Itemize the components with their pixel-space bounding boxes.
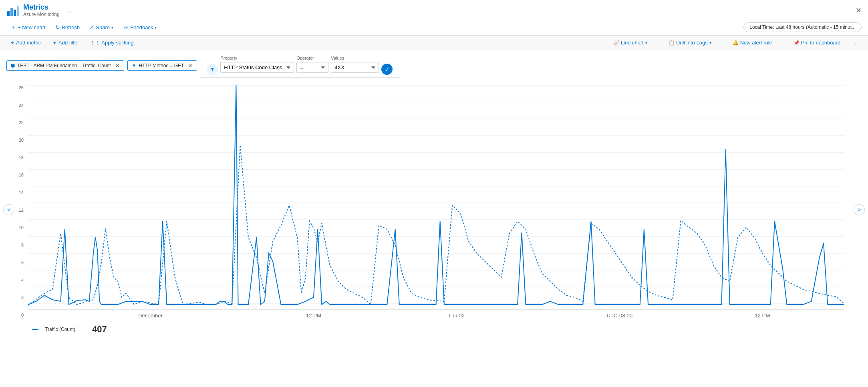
app-title: Metrics [23,3,60,12]
filter-panel: ▼ Property HTTP Status Code Class Operat… [200,53,399,78]
add-filter-icon: ▼ [52,40,57,46]
funnel-icon: ▼ [132,63,137,68]
legend-label: Traffic (Count) [45,327,75,332]
toolbar-separator2 [722,39,722,47]
svg-text:12 PM: 12 PM [306,313,321,319]
new-chart-button[interactable]: ＋ + New chart [6,22,50,33]
chart-wrapper: 26 24 22 20 18 16 14 12 10 8 6 4 2 0 [0,81,868,323]
add-metric-button[interactable]: ✦ Add metric [6,38,45,47]
operator-label: Operator [296,56,328,60]
metrics-toolbar-left: ✦ Add metric ▼ Add filter ⋮⋮ Apply split… [6,38,138,47]
chart-solid-line [28,85,844,305]
pin-icon: 📌 [793,40,800,46]
chip-indicator [11,64,15,68]
svg-text:Thu 02: Thu 02 [448,313,465,319]
toolbar-left: ＋ + New chart ↻ Refresh ↗ Share ▾ ☺ Feed… [6,22,161,33]
app-header: Metrics Azure Monitoring ... ✕ [0,0,868,19]
app-more-button[interactable]: ... [66,7,71,14]
metrics-toolbar-right: 📈 Line chart ▾ 📋 Drill into Logs ▾ 🔔 New… [609,38,862,47]
add-metric-icon: ✦ [10,40,14,46]
values-label: Values [331,56,379,60]
legend-value: 407 [83,324,107,335]
filter-icon-circle: ▼ [207,64,218,75]
y-axis-labels: 26 24 22 20 18 16 14 12 10 8 6 4 2 0 [4,85,26,317]
svg-rect-2 [14,10,16,16]
app-subtitle: Azure Monitoring [23,12,60,17]
pin-to-dashboard-button[interactable]: 📌 Pin to dashboard [789,38,844,47]
more-options-button[interactable]: ... [849,38,862,47]
line-chart-button[interactable]: 📈 Line chart ▾ [609,38,651,47]
new-alert-rule-button[interactable]: 🔔 New alert rule [729,38,776,47]
feedback-chevron: ▾ [155,25,157,30]
values-select[interactable]: 4XX [331,62,379,73]
refresh-button[interactable]: ↻ Refresh [51,22,84,32]
splitting-icon: ⋮⋮ [90,40,100,46]
chart-nav-left[interactable]: < [3,204,14,215]
refresh-icon: ↻ [55,24,60,30]
line-chart-chevron: ▾ [645,40,647,45]
filter-chip-text: HTTP Method = GET [139,63,184,68]
chip-text: TEST - ARM PM Fundamen... Traffic, Count [17,63,111,68]
share-chevron: ▾ [111,25,113,30]
drill-logs-icon: 📋 [669,40,675,46]
toolbar-separator3 [783,39,783,47]
chip-close-button[interactable]: ✕ [115,62,120,69]
filter-bar: TEST - ARM PM Fundamen... Traffic, Count… [0,50,868,81]
svg-rect-1 [10,8,13,16]
chart-legend: Traffic (Count) 407 [0,323,868,338]
alert-icon: 🔔 [733,40,739,46]
feedback-icon: ☺ [123,24,129,30]
filter-chip-close[interactable]: ✕ [188,62,193,69]
toolbar-right: Local Time: Last 48 hours (Automatic - 1… [743,22,862,32]
confirm-filter-button[interactable]: ✓ [381,64,393,75]
filter-chip[interactable]: ▼ HTTP Method = GET ✕ [127,60,197,71]
feedback-button[interactable]: ☺ Feedback ▾ [119,22,161,32]
operator-group: Operator = [296,56,328,73]
svg-text:UTC-08:00: UTC-08:00 [606,313,632,319]
legend-line-indicator [32,329,38,330]
share-button[interactable]: ↗ Share ▾ [85,22,117,32]
chart-svg: December 12 PM Thu 02 UTC-08:00 12 PM [28,85,844,321]
line-chart-icon: 📈 [613,40,619,46]
svg-text:December: December [138,313,163,319]
drill-logs-chevron: ▾ [709,40,711,45]
toolbar-separator [658,39,658,47]
operator-select[interactable]: = [296,62,328,73]
values-group: Values 4XX [331,56,379,73]
drill-into-logs-button[interactable]: 📋 Drill into Logs ▾ [665,38,715,47]
app-title-text: Metrics Azure Monitoring [23,3,60,17]
property-label: Property [220,56,294,60]
plus-icon: ＋ [10,24,16,31]
filter-funnel-icon: ▼ [210,66,215,72]
close-button[interactable]: ✕ [856,6,862,15]
metric-chip[interactable]: TEST - ARM PM Fundamen... Traffic, Count… [6,60,124,71]
time-range-button[interactable]: Local Time: Last 48 hours (Automatic - 1… [743,22,862,32]
chart-section: < > 26 24 22 20 18 16 14 12 10 8 6 4 2 0 [0,81,868,338]
svg-rect-0 [7,11,10,16]
share-icon: ↗ [89,24,94,30]
main-toolbar: ＋ + New chart ↻ Refresh ↗ Share ▾ ☺ Feed… [0,19,868,36]
apply-splitting-button[interactable]: ⋮⋮ Apply splitting [86,38,137,47]
app-title-area: Metrics Azure Monitoring ... [6,3,71,17]
svg-rect-3 [17,6,19,16]
app-icon [6,4,19,17]
property-group: Property HTTP Status Code Class [220,56,294,73]
property-select[interactable]: HTTP Status Code Class [220,62,294,73]
metrics-toolbar: ✦ Add metric ▼ Add filter ⋮⋮ Apply split… [0,36,868,50]
add-filter-button[interactable]: ▼ Add filter [48,38,83,47]
svg-text:12 PM: 12 PM [755,313,770,319]
chart-nav-right[interactable]: > [854,204,865,215]
